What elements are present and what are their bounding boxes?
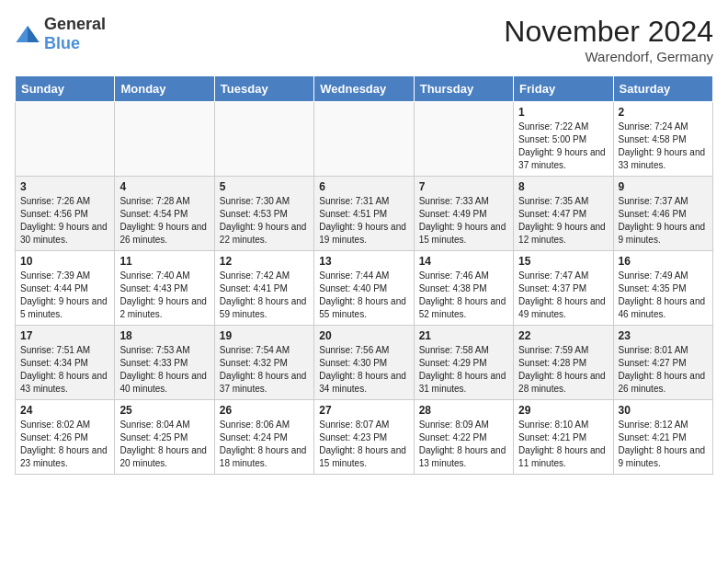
- day-number: 26: [220, 404, 309, 417]
- day-number: 16: [619, 255, 708, 268]
- calendar-cell: 1Sunrise: 7:22 AM Sunset: 5:00 PM Daylig…: [514, 102, 613, 177]
- day-number: 7: [419, 180, 508, 193]
- calendar-cell: 6Sunrise: 7:31 AM Sunset: 4:51 PM Daylig…: [314, 177, 414, 251]
- calendar-cell: 4Sunrise: 7:28 AM Sunset: 4:54 PM Daylig…: [115, 177, 214, 251]
- weekday-header: Sunday: [16, 76, 115, 102]
- day-info: Sunrise: 7:22 AM Sunset: 5:00 PM Dayligh…: [518, 121, 608, 172]
- calendar-body: 1Sunrise: 7:22 AM Sunset: 5:00 PM Daylig…: [16, 102, 713, 475]
- calendar-table: SundayMondayTuesdayWednesdayThursdayFrid…: [15, 75, 713, 475]
- day-info: Sunrise: 7:30 AM Sunset: 4:53 PM Dayligh…: [220, 195, 309, 247]
- day-info: Sunrise: 7:37 AM Sunset: 4:46 PM Dayligh…: [619, 195, 708, 247]
- day-number: 23: [619, 329, 708, 342]
- calendar-cell: 10Sunrise: 7:39 AM Sunset: 4:44 PM Dayli…: [16, 251, 115, 326]
- day-info: Sunrise: 7:40 AM Sunset: 4:43 PM Dayligh…: [119, 270, 209, 321]
- calendar-cell: 27Sunrise: 8:07 AM Sunset: 4:23 PM Dayli…: [314, 400, 414, 475]
- calendar-cell: 2Sunrise: 7:24 AM Sunset: 4:58 PM Daylig…: [613, 102, 712, 177]
- day-number: 11: [119, 255, 209, 268]
- day-info: Sunrise: 8:01 AM Sunset: 4:27 PM Dayligh…: [619, 344, 708, 396]
- weekday-header: Monday: [115, 76, 214, 102]
- calendar-cell: 5Sunrise: 7:30 AM Sunset: 4:53 PM Daylig…: [214, 177, 313, 251]
- day-info: Sunrise: 7:59 AM Sunset: 4:28 PM Dayligh…: [518, 344, 608, 396]
- day-number: 15: [518, 255, 608, 268]
- calendar-cell: [16, 102, 115, 177]
- calendar-cell: 8Sunrise: 7:35 AM Sunset: 4:47 PM Daylig…: [514, 177, 613, 251]
- month-title: November 2024: [504, 15, 713, 49]
- day-info: Sunrise: 7:46 AM Sunset: 4:38 PM Dayligh…: [419, 270, 508, 321]
- weekday-header-row: SundayMondayTuesdayWednesdayThursdayFrid…: [16, 76, 713, 102]
- calendar-cell: [414, 102, 513, 177]
- calendar-week-row: 1Sunrise: 7:22 AM Sunset: 5:00 PM Daylig…: [16, 102, 713, 177]
- calendar-cell: 28Sunrise: 8:09 AM Sunset: 4:22 PM Dayli…: [414, 400, 513, 475]
- day-info: Sunrise: 7:53 AM Sunset: 4:33 PM Dayligh…: [119, 344, 209, 396]
- day-number: 25: [119, 404, 209, 417]
- calendar-cell: 13Sunrise: 7:44 AM Sunset: 4:40 PM Dayli…: [314, 251, 414, 326]
- calendar-cell: [115, 102, 214, 177]
- weekday-header: Thursday: [414, 76, 513, 102]
- day-info: Sunrise: 7:47 AM Sunset: 4:37 PM Dayligh…: [518, 270, 608, 321]
- day-number: 18: [119, 329, 209, 342]
- day-info: Sunrise: 7:54 AM Sunset: 4:32 PM Dayligh…: [220, 344, 309, 396]
- day-info: Sunrise: 7:28 AM Sunset: 4:54 PM Dayligh…: [119, 195, 209, 247]
- day-info: Sunrise: 8:06 AM Sunset: 4:24 PM Dayligh…: [220, 419, 309, 470]
- day-info: Sunrise: 7:24 AM Sunset: 4:58 PM Dayligh…: [619, 121, 708, 172]
- calendar-cell: 7Sunrise: 7:33 AM Sunset: 4:49 PM Daylig…: [414, 177, 513, 251]
- day-info: Sunrise: 7:58 AM Sunset: 4:29 PM Dayligh…: [419, 344, 508, 396]
- calendar-week-row: 17Sunrise: 7:51 AM Sunset: 4:34 PM Dayli…: [16, 326, 713, 400]
- calendar-cell: 11Sunrise: 7:40 AM Sunset: 4:43 PM Dayli…: [115, 251, 214, 326]
- logo-icon: [15, 24, 40, 44]
- logo-blue-text: Blue: [44, 34, 80, 52]
- calendar-cell: 16Sunrise: 7:49 AM Sunset: 4:35 PM Dayli…: [613, 251, 712, 326]
- calendar-header: SundayMondayTuesdayWednesdayThursdayFrid…: [16, 76, 713, 102]
- day-number: 3: [20, 180, 109, 193]
- day-info: Sunrise: 7:44 AM Sunset: 4:40 PM Dayligh…: [319, 270, 408, 321]
- day-info: Sunrise: 8:04 AM Sunset: 4:25 PM Dayligh…: [119, 419, 209, 470]
- calendar-cell: 17Sunrise: 7:51 AM Sunset: 4:34 PM Dayli…: [16, 326, 115, 400]
- day-number: 13: [319, 255, 408, 268]
- calendar-cell: 14Sunrise: 7:46 AM Sunset: 4:38 PM Dayli…: [414, 251, 513, 326]
- day-number: 30: [619, 404, 708, 417]
- day-number: 21: [419, 329, 508, 342]
- day-number: 6: [319, 180, 408, 193]
- svg-marker-1: [28, 26, 40, 42]
- weekday-header: Saturday: [613, 76, 712, 102]
- calendar-cell: 25Sunrise: 8:04 AM Sunset: 4:25 PM Dayli…: [115, 400, 214, 475]
- day-number: 22: [518, 329, 608, 342]
- day-info: Sunrise: 7:42 AM Sunset: 4:41 PM Dayligh…: [220, 270, 309, 321]
- day-number: 2: [619, 106, 708, 119]
- day-info: Sunrise: 8:12 AM Sunset: 4:21 PM Dayligh…: [619, 419, 708, 470]
- calendar-week-row: 3Sunrise: 7:26 AM Sunset: 4:56 PM Daylig…: [16, 177, 713, 251]
- day-number: 27: [319, 404, 408, 417]
- calendar-cell: 9Sunrise: 7:37 AM Sunset: 4:46 PM Daylig…: [613, 177, 712, 251]
- day-info: Sunrise: 8:10 AM Sunset: 4:21 PM Dayligh…: [518, 419, 608, 470]
- calendar-week-row: 24Sunrise: 8:02 AM Sunset: 4:26 PM Dayli…: [16, 400, 713, 475]
- day-number: 8: [518, 180, 608, 193]
- calendar-cell: 12Sunrise: 7:42 AM Sunset: 4:41 PM Dayli…: [214, 251, 313, 326]
- calendar-cell: [214, 102, 313, 177]
- calendar-cell: 21Sunrise: 7:58 AM Sunset: 4:29 PM Dayli…: [414, 326, 513, 400]
- day-info: Sunrise: 7:31 AM Sunset: 4:51 PM Dayligh…: [319, 195, 408, 247]
- weekday-header: Wednesday: [314, 76, 414, 102]
- logo: General Blue: [15, 15, 106, 53]
- day-number: 19: [220, 329, 309, 342]
- day-info: Sunrise: 8:07 AM Sunset: 4:23 PM Dayligh…: [319, 419, 408, 470]
- calendar-cell: 3Sunrise: 7:26 AM Sunset: 4:56 PM Daylig…: [16, 177, 115, 251]
- day-info: Sunrise: 7:35 AM Sunset: 4:47 PM Dayligh…: [518, 195, 608, 247]
- day-info: Sunrise: 8:02 AM Sunset: 4:26 PM Dayligh…: [20, 419, 109, 470]
- location: Warendorf, Germany: [504, 49, 713, 64]
- day-number: 17: [20, 329, 109, 342]
- calendar-cell: 30Sunrise: 8:12 AM Sunset: 4:21 PM Dayli…: [613, 400, 712, 475]
- day-number: 10: [20, 255, 109, 268]
- day-info: Sunrise: 7:39 AM Sunset: 4:44 PM Dayligh…: [20, 270, 109, 321]
- day-info: Sunrise: 7:56 AM Sunset: 4:30 PM Dayligh…: [319, 344, 408, 396]
- calendar-cell: 22Sunrise: 7:59 AM Sunset: 4:28 PM Dayli…: [514, 326, 613, 400]
- day-info: Sunrise: 7:49 AM Sunset: 4:35 PM Dayligh…: [619, 270, 708, 321]
- day-number: 29: [518, 404, 608, 417]
- calendar-cell: [314, 102, 414, 177]
- day-number: 14: [419, 255, 508, 268]
- day-info: Sunrise: 8:09 AM Sunset: 4:22 PM Dayligh…: [419, 419, 508, 470]
- day-number: 9: [619, 180, 708, 193]
- calendar-week-row: 10Sunrise: 7:39 AM Sunset: 4:44 PM Dayli…: [16, 251, 713, 326]
- calendar-cell: 23Sunrise: 8:01 AM Sunset: 4:27 PM Dayli…: [613, 326, 712, 400]
- day-info: Sunrise: 7:26 AM Sunset: 4:56 PM Dayligh…: [20, 195, 109, 247]
- logo-general-text: General: [44, 15, 106, 33]
